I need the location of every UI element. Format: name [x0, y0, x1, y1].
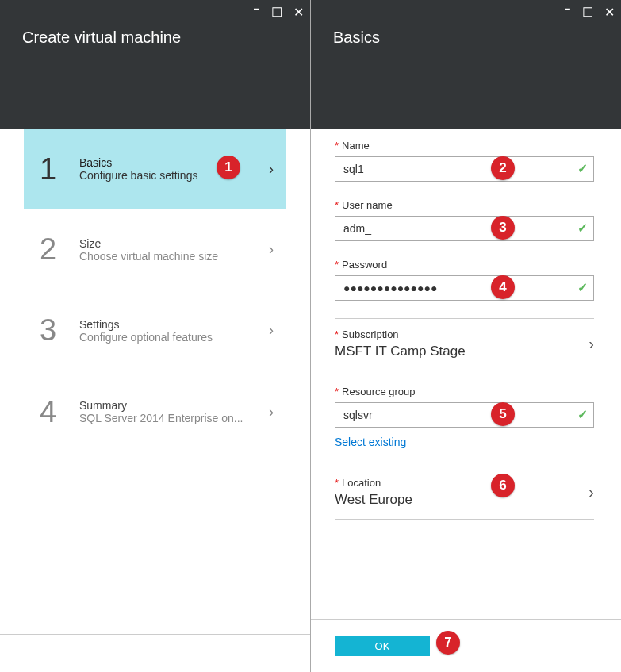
resource-group-label: *Resource group [335, 386, 594, 397]
right-panel-header: ‐ ☐ ✕ Basics [311, 0, 621, 129]
annotation-badge-1: 1 [217, 156, 240, 179]
select-existing-link[interactable]: Select existing [335, 436, 406, 448]
step-number: 3 [40, 313, 79, 348]
location-label: *Location [335, 477, 588, 489]
annotation-badge-4: 4 [491, 275, 515, 299]
basics-form: *Name ✓ 2 *User name ✓ 3 *Password ✓ 4 *… [311, 129, 621, 619]
check-icon: ✓ [577, 280, 588, 295]
step-basics[interactable]: 1 Basics Configure basic settings › 1 [24, 129, 286, 209]
ok-button[interactable]: OK [335, 636, 430, 656]
left-panel-title: Create virtual machine [22, 29, 181, 47]
step-subtitle: Choose virtual machine size [79, 250, 269, 263]
chevron-right-icon: › [269, 322, 274, 339]
step-texts: Summary SQL Server 2014 Enterprise on... [79, 399, 269, 424]
password-label: *Password [335, 259, 594, 271]
steps-list: 1 Basics Configure basic settings › 1 2 … [0, 129, 310, 634]
close-icon[interactable]: ✕ [604, 5, 615, 20]
step-texts: Settings Configure optional features [79, 318, 269, 344]
window-controls: ‐ ☐ ✕ [253, 5, 304, 20]
subscription-selector[interactable]: *Subscription MSFT IT Camp Stage › [335, 318, 594, 371]
username-field: *User name ✓ 3 [335, 199, 594, 241]
annotation-badge-6: 6 [491, 474, 515, 497]
check-icon: ✓ [577, 221, 588, 236]
annotation-badge-5: 5 [491, 402, 515, 426]
location-selector[interactable]: *Location West Europe › 6 [335, 467, 594, 520]
step-subtitle: SQL Server 2014 Enterprise on... [79, 412, 269, 424]
check-icon: ✓ [577, 407, 588, 422]
step-settings[interactable]: 3 Settings Configure optional features › [24, 290, 286, 371]
minimize-icon[interactable]: ‐ [253, 4, 260, 12]
username-label: *User name [335, 199, 594, 211]
maximize-icon[interactable]: ☐ [582, 5, 593, 20]
name-input[interactable] [335, 156, 594, 182]
step-title: Basics [79, 156, 269, 169]
minimize-icon[interactable]: ‐ [564, 4, 571, 12]
basics-panel: ‐ ☐ ✕ Basics *Name ✓ 2 *User name ✓ 3 *P… [311, 0, 621, 672]
chevron-right-icon: › [588, 483, 594, 501]
left-panel-header: ‐ ☐ ✕ Create virtual machine [0, 0, 310, 129]
annotation-badge-3: 3 [491, 216, 515, 240]
step-title: Size [79, 237, 269, 250]
name-label: *Name [335, 140, 594, 152]
step-size[interactable]: 2 Size Choose virtual machine size › [24, 209, 286, 290]
left-footer [0, 634, 310, 672]
create-vm-panel: ‐ ☐ ✕ Create virtual machine 1 Basics Co… [0, 0, 311, 672]
step-number: 2 [40, 232, 79, 267]
step-number: 1 [40, 152, 79, 186]
step-subtitle: Configure optional features [79, 331, 269, 344]
chevron-right-icon: › [269, 404, 274, 420]
check-icon: ✓ [577, 161, 588, 176]
close-icon[interactable]: ✕ [293, 5, 304, 20]
annotation-badge-7: 7 [436, 631, 460, 655]
step-summary[interactable]: 4 Summary SQL Server 2014 Enterprise on.… [24, 371, 286, 452]
username-input[interactable] [335, 216, 594, 241]
step-texts: Basics Configure basic settings [79, 156, 269, 182]
step-texts: Size Choose virtual machine size [79, 237, 269, 263]
chevron-right-icon: › [269, 161, 274, 178]
password-field: *Password ✓ 4 [335, 259, 594, 301]
form-footer: OK 7 [311, 619, 621, 672]
step-title: Summary [79, 399, 269, 412]
step-number: 4 [40, 395, 79, 429]
window-controls: ‐ ☐ ✕ [564, 5, 615, 20]
chevron-right-icon: › [588, 335, 594, 353]
resource-group-input[interactable] [335, 402, 594, 428]
location-value: West Europe [335, 492, 588, 508]
password-input[interactable] [335, 275, 594, 301]
step-subtitle: Configure basic settings [79, 169, 269, 182]
right-panel-title: Basics [333, 29, 380, 47]
subscription-label: *Subscription [335, 328, 588, 340]
name-field: *Name ✓ 2 [335, 140, 594, 182]
step-title: Settings [79, 318, 269, 331]
resource-group-field: *Resource group ✓ 5 Select existing [335, 386, 594, 449]
subscription-value: MSFT IT Camp Stage [335, 344, 588, 359]
chevron-right-icon: › [269, 241, 274, 258]
maximize-icon[interactable]: ☐ [271, 5, 282, 20]
annotation-badge-2: 2 [491, 156, 515, 180]
